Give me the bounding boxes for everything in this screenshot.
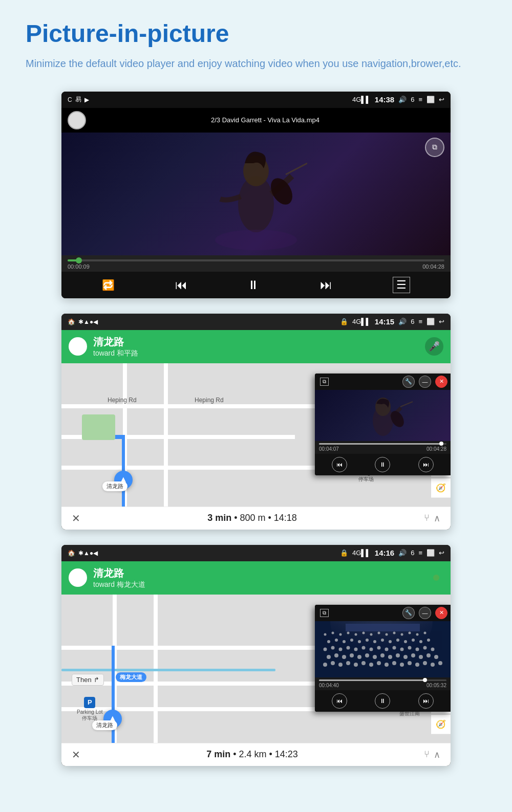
- then-text: Then: [76, 676, 92, 684]
- svg-point-59: [343, 640, 346, 643]
- signal-icon: 4G▌▌: [352, 96, 371, 103]
- svg-point-76: [362, 631, 365, 634]
- svg-line-2: [286, 163, 307, 174]
- app-icon-music: 易: [75, 95, 81, 104]
- svg-point-77: [370, 633, 373, 635]
- svg-point-30: [350, 653, 354, 657]
- svg-point-14: [346, 661, 350, 665]
- pip-progress-track-2[interactable]: [319, 443, 446, 445]
- prev-button[interactable]: ⏮: [175, 278, 187, 292]
- compass-btn-2[interactable]: 🧭: [431, 478, 451, 498]
- pip-minimize-btn[interactable]: —: [419, 376, 431, 388]
- toward-label-3: toward 梅龙大道: [93, 580, 145, 589]
- pip-button[interactable]: ⧉: [425, 138, 444, 157]
- svg-point-27: [327, 655, 331, 659]
- pip-video-content-3: [315, 621, 451, 677]
- svg-point-36: [396, 653, 400, 657]
- pip-thumb-2: [439, 442, 443, 446]
- mic-button-2[interactable]: 🎤: [425, 337, 443, 356]
- fork-icons-2: ⑂ ∧: [424, 513, 440, 524]
- svg-point-73: [339, 633, 342, 635]
- svg-point-35: [388, 655, 392, 659]
- pip-minimize-btn-3[interactable]: —: [419, 607, 431, 619]
- svg-point-64: [381, 639, 384, 642]
- svg-point-22: [408, 661, 412, 665]
- svg-point-71: [324, 633, 327, 635]
- svg-point-34: [380, 653, 385, 657]
- svg-point-75: [355, 633, 357, 635]
- road-vertical-2: [164, 363, 168, 507]
- window-3: ⬜: [426, 549, 435, 557]
- nav-header-2: 清龙路 toward 和平路 🎤: [61, 330, 451, 363]
- svg-point-69: [419, 640, 422, 643]
- pip-current-time-2: 00:04:07: [319, 446, 339, 452]
- svg-point-61: [358, 640, 361, 643]
- pip-screen-icon: ⧉: [320, 378, 329, 386]
- svg-point-52: [400, 647, 404, 651]
- nav-street-info-3: 清龙路 toward 梅龙大道: [93, 566, 145, 589]
- map-area-2: Heping Rd Heping Rd ▲ 清龙路 P Parking Lot …: [61, 363, 451, 507]
- pip-close-btn-3[interactable]: ✕: [435, 607, 447, 619]
- status-bar-2: 🏠 ✱▲●◀ 🔒 4G▌▌ 14:15 🔊 6 ≡ ⬜ ↩: [61, 314, 451, 330]
- pip-wrench-btn[interactable]: 🔧: [402, 376, 415, 388]
- svg-rect-85: [346, 624, 420, 631]
- svg-point-66: [396, 639, 399, 642]
- svg-point-43: [331, 646, 335, 649]
- next-button[interactable]: ⏭: [320, 278, 332, 292]
- svg-point-54: [416, 647, 419, 651]
- progress-track[interactable]: [68, 259, 444, 261]
- svg-point-78: [378, 631, 380, 634]
- pip-next-btn[interactable]: ⏭: [418, 457, 434, 472]
- pip-close-btn[interactable]: ✕: [435, 376, 447, 388]
- svg-point-40: [426, 653, 431, 657]
- page-subtitle: Minimize the default video player and en…: [26, 56, 486, 71]
- svg-point-50: [385, 647, 389, 651]
- svg-point-44: [339, 647, 343, 651]
- pip-controls-3: ⏮ ⏸ ⏭: [315, 690, 451, 712]
- svg-point-17: [369, 663, 373, 667]
- bottom-bar-2: ✕ 3 min • 800 m • 14:18 ⑂ ∧: [61, 507, 451, 530]
- heping-label-2: Heping Rd: [195, 397, 224, 404]
- nav-street-info-2: 清龙路 toward 和平路: [93, 335, 138, 358]
- pip-pause-btn[interactable]: ⏸: [375, 457, 390, 472]
- pause-button[interactable]: ⏸: [247, 278, 260, 292]
- pip-prev-btn-3[interactable]: ⏮: [332, 693, 347, 709]
- svg-point-32: [365, 653, 369, 657]
- pip-next-btn-3[interactable]: ⏭: [418, 693, 434, 709]
- avatar: [68, 111, 86, 129]
- water-line-3: [61, 669, 275, 671]
- pip-wrench-btn-3[interactable]: 🔧: [402, 607, 415, 619]
- close-nav-btn-2[interactable]: ✕: [72, 512, 80, 524]
- svg-point-70: [427, 639, 430, 642]
- svg-point-83: [416, 633, 419, 635]
- progress-times: 00:00:09 00:04:28: [68, 264, 444, 270]
- pip-thumb-3: [423, 678, 427, 682]
- lock-icon-3: 🔒: [340, 549, 348, 557]
- pip-controls-2: ⏮ ⏸ ⏭: [315, 454, 451, 475]
- pip-overlay-2: ⧉ 🔧 — ✕: [315, 374, 451, 475]
- svg-point-20: [392, 661, 396, 665]
- close-nav-btn-3[interactable]: ✕: [72, 749, 80, 761]
- compass-btn-3[interactable]: 🧭: [431, 715, 451, 734]
- playlist-button[interactable]: ☰: [393, 277, 410, 293]
- pip-icon-area: ⧉: [318, 378, 329, 386]
- then-arrow-icon: ↱: [94, 676, 99, 684]
- signal-3: 4G▌▌: [352, 549, 371, 557]
- pip-progress-fill-3: [319, 679, 425, 681]
- video-progress-bar: 00:00:09 00:04:28: [61, 255, 451, 272]
- status-right: 4G▌▌ 14:38 🔊 6 ≡ ⬜ ↩: [352, 95, 444, 104]
- repeat-button[interactable]: 🔁: [102, 279, 115, 291]
- svg-point-55: [423, 646, 427, 649]
- menu-icon: ≡: [418, 96, 422, 103]
- svg-point-81: [401, 633, 403, 635]
- pip-prev-btn[interactable]: ⏮: [332, 457, 347, 472]
- svg-point-16: [361, 661, 366, 665]
- svg-point-48: [370, 647, 373, 651]
- parking-icon-3: P: [84, 697, 95, 708]
- nav-icons-left: ✱▲●◀: [78, 318, 98, 325]
- screen3-navigation: 🏠 ✱▲●◀ 🔒 4G▌▌ 14:16 🔊 6 ≡ ⬜ ↩ 清龙路 toward…: [61, 545, 451, 766]
- pip-pause-btn-3[interactable]: ⏸: [375, 693, 390, 709]
- pip-times-3: 00:04:40 00:05:32: [319, 683, 446, 688]
- pip-progress-track-3[interactable]: [319, 679, 446, 681]
- status-right-3: 🔒 4G▌▌ 14:16 🔊 6 ≡ ⬜ ↩: [340, 548, 444, 557]
